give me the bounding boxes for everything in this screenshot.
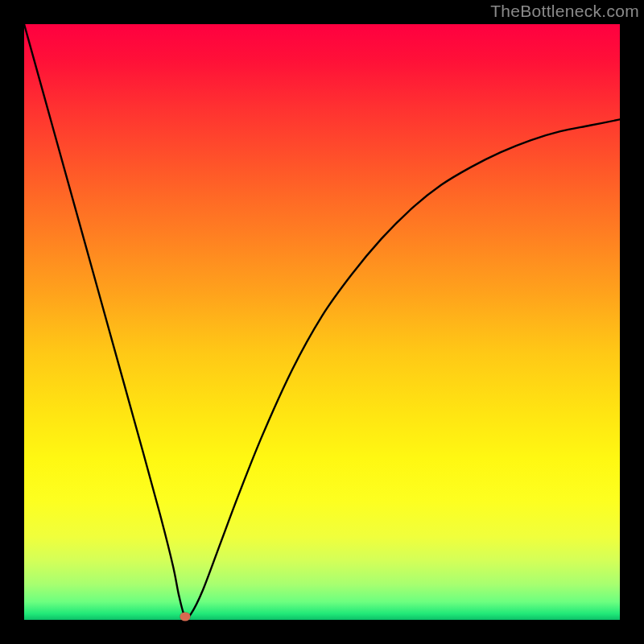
watermark-text: TheBottleneck.com <box>490 2 639 21</box>
plot-area <box>24 24 620 620</box>
chart-container: TheBottleneck.com <box>0 0 644 644</box>
minimum-marker <box>180 613 190 621</box>
bottleneck-curve <box>24 24 620 620</box>
